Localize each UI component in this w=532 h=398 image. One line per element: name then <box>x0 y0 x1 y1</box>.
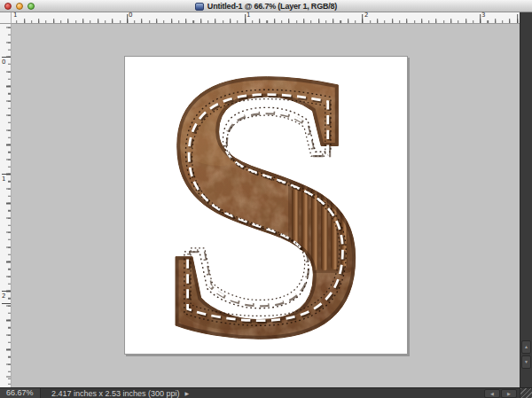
titlebar[interactable]: Untitled-1 @ 66.7% (Layer 1, RGB/8) <box>0 0 532 12</box>
scroll-left-button[interactable]: ◀ <box>484 389 500 398</box>
photoshop-document-window: Untitled-1 @ 66.7% (Layer 1, RGB/8) 1 0 … <box>0 0 532 398</box>
document-proxy-icon <box>195 3 204 11</box>
v-ruler-major-ticks <box>2 24 11 387</box>
stitching <box>166 64 361 347</box>
scroll-right-button[interactable]: ▶ <box>501 389 517 398</box>
h-ruler-label: 3 <box>481 12 485 19</box>
h-ruler-label: 2 <box>364 12 368 19</box>
scroll-down-icon: ▼ <box>524 359 528 364</box>
scroll-right-icon: ▶ <box>507 391 511 396</box>
vertical-scrollbar[interactable]: ▲ ▼ <box>520 12 532 387</box>
v-ruler-label: 2 <box>2 293 5 300</box>
horizontal-ruler[interactable]: 1 0 1 2 3 <box>12 12 520 24</box>
h-ruler-major-ticks <box>12 14 520 23</box>
scroll-left-icon: ◀ <box>490 391 494 396</box>
window-title: Untitled-1 @ 66.7% (Layer 1, RGB/8) <box>207 0 337 12</box>
vertical-ruler[interactable]: 0 1 2 <box>0 24 12 387</box>
h-ruler-label: 1 <box>246 12 250 19</box>
scroll-down-button[interactable]: ▼ <box>521 355 531 369</box>
ruler-corner[interactable] <box>0 12 12 24</box>
h-ruler-label: 0 <box>129 12 132 19</box>
resize-grip[interactable] <box>520 388 532 398</box>
v-ruler-label: 0 <box>2 59 5 66</box>
status-menu-arrow-icon[interactable]: ▶ <box>185 390 190 396</box>
status-bar: 66.67% 2.417 inches x 2.53 inches (300 p… <box>0 387 532 398</box>
scroll-up-button[interactable]: ▲ <box>521 340 531 354</box>
scroll-up-icon: ▲ <box>524 344 528 349</box>
zoom-level-field[interactable]: 66.67% <box>0 388 41 398</box>
title-area: Untitled-1 @ 66.7% (Layer 1, RGB/8) <box>0 0 532 12</box>
pasteboard[interactable]: S <box>12 24 520 387</box>
letter-s-artwork: S <box>157 64 370 347</box>
h-ruler-label: 1 <box>13 12 17 19</box>
v-ruler-label: 1 <box>2 176 5 183</box>
document-info: 2.417 inches x 2.53 inches (300 ppi) <box>51 389 180 398</box>
document-canvas[interactable]: S <box>124 56 408 355</box>
